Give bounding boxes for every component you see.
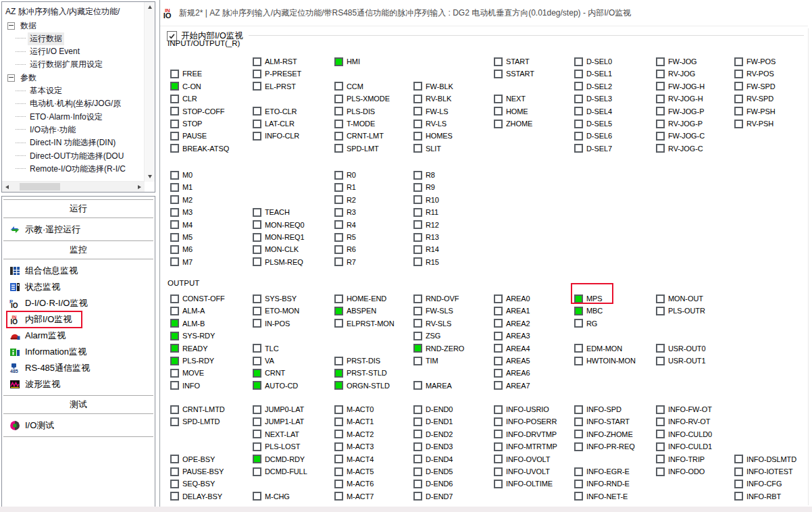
- io-signal-m7: M7: [170, 257, 193, 267]
- io-indicator: [574, 144, 583, 153]
- io-signal-label: RV-POS: [746, 70, 774, 78]
- io-signal-d-end1: D-END1: [413, 417, 453, 426]
- tree-collapse-icon[interactable]: [7, 22, 15, 30]
- io-signal-jump0-lat: JUMP0-LAT: [253, 405, 304, 414]
- nav-item[interactable]: Alarm监视: [2, 328, 155, 344]
- io-indicator: [494, 332, 503, 340]
- io-signal-area2: AREA2: [494, 319, 530, 328]
- io-signal-label: M-ACT5: [347, 467, 374, 476]
- io-signal-label: DCMD-RDY: [265, 455, 305, 463]
- io-signal-r2: R2: [334, 195, 356, 205]
- tree-item[interactable]: 运行数据: [16, 32, 64, 45]
- tree-item[interactable]: Direct-IN 功能选择(DIN): [16, 137, 118, 149]
- io-indicator: [170, 455, 179, 463]
- io-indicator: [334, 430, 343, 438]
- start-internal-io-monitor-checkbox[interactable]: 开始内部I/O监视: [167, 30, 243, 42]
- io-signal-label: M5: [182, 233, 193, 241]
- tree-item[interactable]: 基本设定: [16, 85, 64, 97]
- io-signal-label: D-END1: [426, 417, 453, 426]
- io-indicator: [413, 107, 422, 116]
- io-indicator: [494, 405, 503, 414]
- scroll-down-icon[interactable]: [145, 172, 155, 182]
- io-signal-label: ELPRST-MON: [347, 319, 395, 328]
- tree-item[interactable]: 参数: [7, 72, 39, 84]
- scroll-up-icon[interactable]: [145, 2, 155, 12]
- io-signal-dcmd-rdy: DCMD-RDY: [253, 455, 305, 464]
- tree-item[interactable]: 运行数据扩展用设定: [16, 59, 105, 71]
- nav-item[interactable]: Information监视: [2, 344, 155, 360]
- tree-item[interactable]: 运行I/O Event: [16, 46, 82, 58]
- scroll-left-icon[interactable]: [2, 182, 12, 192]
- io-signal-spd-lmtd: SPD-LMTD: [170, 417, 220, 426]
- tree-item[interactable]: 电动机·机构(坐标/JOG/原: [16, 98, 123, 110]
- io-signal-label: AREA3: [506, 332, 530, 340]
- nav-item[interactable]: 波形监视: [2, 376, 155, 392]
- io-indicator: [574, 120, 583, 128]
- internal-io-monitor-icon: INIO: [162, 7, 174, 20]
- tree-root-node[interactable]: AZ 脉冲序列输入/内藏定位功能/: [5, 6, 139, 18]
- scroll-right-icon[interactable]: [134, 182, 145, 192]
- nav-item[interactable]: I/O测试: [2, 417, 155, 434]
- io-indicator: [656, 120, 665, 128]
- nav-item[interactable]: 示教·遥控运行: [2, 222, 155, 238]
- io-signal-label: D-SEL3: [586, 95, 612, 103]
- nav-item[interactable]: INIO内部I/O监视: [2, 311, 155, 328]
- svg-text:IO: IO: [11, 318, 18, 325]
- tree-item[interactable]: I/O动作·功能: [16, 124, 78, 136]
- io-indicator: [574, 357, 583, 365]
- io-signal-r8: R8: [413, 170, 435, 180]
- tree-item-label: 基本设定: [28, 84, 64, 97]
- io-signal-label: FW-JOG: [668, 57, 697, 66]
- io-indicator: [334, 455, 343, 463]
- io-signal-label: HWTOIN-MON: [586, 357, 636, 365]
- nav-item[interactable]: PIOD-I/O·R-I/O监视: [2, 295, 155, 311]
- io-signal-usr-out1: USR-OUT1: [656, 356, 705, 365]
- io-signal-alm-rst: ALM-RST: [253, 57, 297, 66]
- io-indicator: [253, 70, 261, 78]
- io-signal-label: INFO-CULD1: [668, 442, 712, 451]
- io-indicator: [334, 57, 343, 66]
- io-signal-jump1-lat: JUMP1-LAT: [253, 417, 304, 426]
- io-signal-label: M-ACT0: [347, 405, 374, 413]
- io-indicator: [334, 107, 343, 116]
- tree-connector: [16, 51, 26, 53]
- nav-item[interactable]: 485RS-485通信监视: [2, 360, 155, 376]
- io-signal-usr-out0: USR-OUT0: [656, 344, 705, 353]
- io-signal-d-end6: D-END6: [413, 479, 453, 488]
- io-indicator: [334, 405, 343, 414]
- nav-group: 示教·遥控运行: [2, 218, 155, 240]
- io-signal-label: DELAY-BSY: [182, 492, 222, 501]
- io-signal-p-preset: P-PRESET: [253, 69, 301, 78]
- io-indicator: [253, 442, 261, 451]
- io-signal-label: INFO-IOTEST: [746, 467, 793, 476]
- io-signal-r4: R4: [334, 220, 356, 230]
- io-signal-r11: R11: [413, 207, 438, 217]
- io-signal-pause-bsy: PAUSE-BSY: [170, 467, 224, 476]
- io-indicator: [170, 82, 179, 91]
- tree-item[interactable]: ETO·Alarm·Info设定: [16, 111, 105, 123]
- io-signal-label: M-ACT3: [347, 442, 374, 451]
- io-indicator: [334, 95, 343, 103]
- io-signal-label: R13: [426, 233, 439, 241]
- io-indicator: [656, 95, 665, 103]
- io-signal-info-start: INFO-START: [574, 417, 630, 426]
- io-indicator: [413, 220, 422, 229]
- tree-vertical-scrollbar[interactable]: [144, 2, 155, 182]
- io-signal-prst-stld: PRST-STLD: [334, 368, 387, 378]
- io-signal-label: M0: [182, 171, 193, 179]
- tree-horizontal-scrollbar[interactable]: [2, 181, 145, 192]
- tree-item[interactable]: 数据: [7, 20, 39, 32]
- scrollbar-thumb[interactable]: [20, 183, 60, 190]
- io-signal-label: BREAK-ATSQ: [182, 145, 229, 153]
- tree-item[interactable]: Remote-I/O功能选择(R-I/C: [16, 163, 128, 175]
- tree-item[interactable]: Direct-OUT功能选择(DOU: [16, 150, 126, 162]
- io-signal-label: AREA7: [506, 382, 530, 390]
- tree-collapse-icon[interactable]: [7, 74, 15, 82]
- io-signal-label: PLS-LOST: [265, 442, 300, 451]
- io-signal-m-act2: M-ACT2: [334, 430, 374, 439]
- io-signal-label: MON-REQ0: [265, 221, 304, 229]
- tree-connector: [16, 143, 26, 144]
- nav-item[interactable]: 状态监视: [2, 279, 155, 295]
- nav-item[interactable]: 组合信息监视: [2, 263, 155, 279]
- io-signal-label: R4: [347, 221, 356, 229]
